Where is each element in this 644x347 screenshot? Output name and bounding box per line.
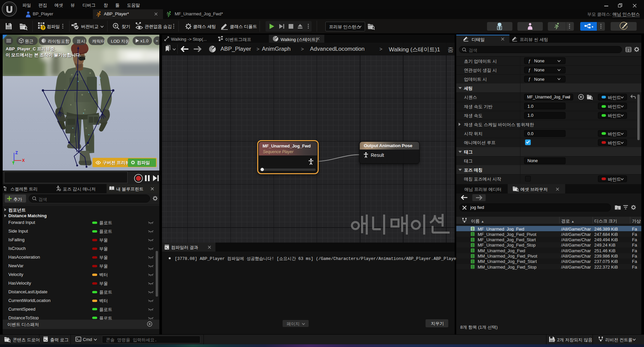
svg-text:X: X: [22, 158, 25, 163]
svg-text:?: ?: [42, 26, 44, 30]
svg-text:Y: Y: [12, 161, 15, 165]
svg-text:Z: Z: [15, 150, 18, 155]
